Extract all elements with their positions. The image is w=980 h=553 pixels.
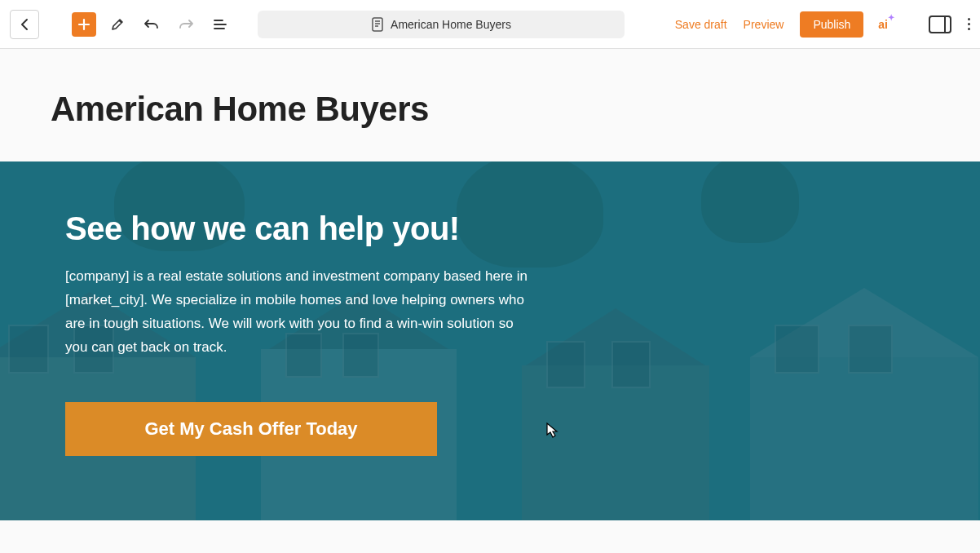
editor-toolbar: American Home Buyers Save draft Preview … [0, 0, 980, 49]
ai-assist-button[interactable]: ai ✦ [878, 18, 888, 31]
publish-button[interactable]: Publish [800, 11, 863, 38]
chevron-left-icon [20, 18, 29, 31]
page-title[interactable]: American Home Buyers [0, 49, 980, 161]
editor-canvas[interactable]: American Home Buyers See how we can help… [0, 49, 980, 553]
undo-button[interactable] [139, 11, 165, 38]
cta-button[interactable]: Get My Cash Offer Today [65, 402, 437, 456]
more-menu-button[interactable] [968, 15, 970, 33]
undo-icon [143, 18, 160, 31]
pencil-icon [110, 17, 125, 32]
back-button[interactable] [10, 10, 39, 39]
svg-rect-0 [373, 18, 382, 31]
save-draft-button[interactable]: Save draft [675, 18, 727, 31]
sparkle-icon: ✦ [888, 13, 894, 22]
plus-icon [77, 18, 90, 31]
hero-body-text[interactable]: [company] is a real estate solutions and… [65, 265, 538, 360]
page-icon [371, 17, 384, 32]
hero-content: See how we can help you! [company] is a … [0, 161, 603, 489]
document-title-field[interactable]: American Home Buyers [258, 11, 625, 38]
redo-button[interactable] [173, 11, 199, 38]
outline-button[interactable] [207, 11, 233, 38]
hero-block[interactable]: See how we can help you! [company] is a … [0, 161, 980, 520]
outline-icon [213, 19, 227, 30]
document-title-text: American Home Buyers [391, 18, 511, 31]
redo-icon [178, 18, 194, 31]
sidebar-toggle-button[interactable] [929, 15, 951, 33]
preview-button[interactable]: Preview [744, 18, 784, 31]
add-block-button[interactable] [72, 12, 96, 37]
edit-tool-button[interactable] [104, 11, 130, 38]
hero-heading[interactable]: See how we can help you! [65, 210, 538, 247]
ai-label: ai [878, 18, 888, 31]
